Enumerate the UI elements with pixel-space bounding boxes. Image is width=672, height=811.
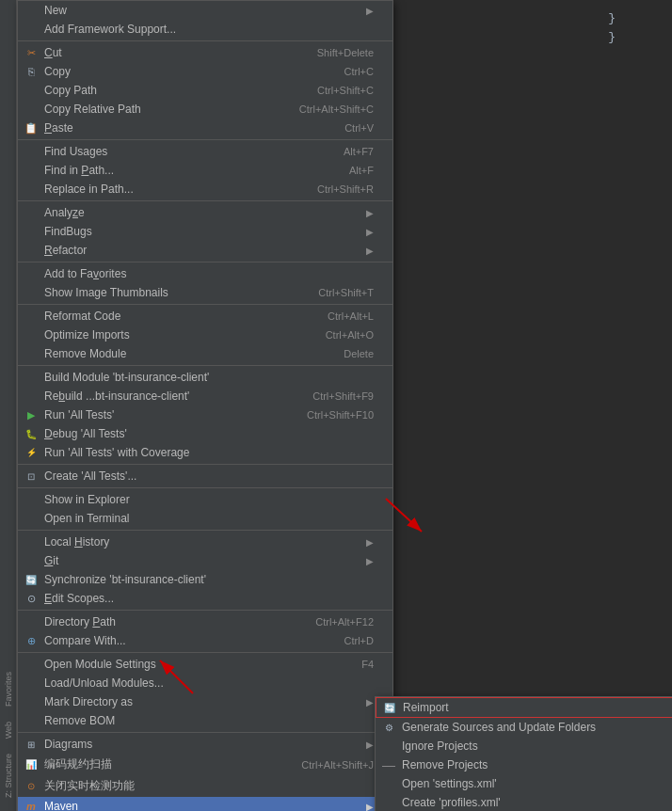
sidebar-tab-structure[interactable]: Z: Structure — [3, 750, 14, 802]
menu-item-remove-module[interactable]: Remove Module Delete — [18, 344, 392, 363]
separator — [18, 365, 392, 366]
menu-item-refactor[interactable]: Refactor ▶ — [18, 241, 392, 260]
editor-code: } } — [608, 9, 616, 46]
red-arrow-1 — [146, 651, 221, 698]
realtime-icon: ⊙ — [24, 779, 39, 794]
menu-item-paste[interactable]: 📋 Paste Ctrl+V — [18, 119, 392, 137]
menu-item-compare-with[interactable]: ⊕ Compare With... Ctrl+D — [18, 631, 392, 650]
submenu-item-remove-projects[interactable]: — Remove Projects — [376, 755, 672, 774]
menu-item-maven[interactable]: m Maven ▶ — [18, 797, 392, 811]
create-icon: ⊡ — [24, 469, 39, 484]
menu-item-copy-relative-path[interactable]: Copy Relative Path Ctrl+Alt+Shift+C — [18, 100, 392, 119]
separator — [18, 464, 392, 465]
maven-submenu: 🔄 Reimport ⚙ Generate Sources and Update… — [375, 696, 672, 811]
svg-line-3 — [160, 660, 193, 693]
menu-item-build-module[interactable]: Build Module 'bt-insurance-client' — [18, 368, 392, 387]
menu-item-edit-scopes[interactable]: ⊙ Edit Scopes... — [18, 589, 392, 608]
menu-item-create-all-tests[interactable]: ⊡ Create 'All Tests'... — [18, 467, 392, 485]
run-icon: ▶ — [24, 407, 39, 422]
submenu-item-open-settings-xml[interactable]: Open 'settings.xml' — [376, 774, 672, 793]
maven-icon: m — [24, 799, 39, 811]
debug-icon: 🐛 — [24, 426, 39, 441]
menu-item-scan-code[interactable]: 📊 编码规约扫描 Ctrl+Alt+Shift+J — [18, 754, 392, 775]
svg-line-1 — [386, 499, 422, 532]
menu-item-analyze[interactable]: Analyze ▶ — [18, 203, 392, 222]
separator — [18, 262, 392, 262]
separator — [18, 487, 392, 488]
menu-item-find-usages[interactable]: Find Usages Alt+F7 — [18, 142, 392, 161]
menu-item-new[interactable]: New ▶ — [18, 1, 392, 20]
submenu-item-create-profiles-xml[interactable]: Create 'profiles.xml' — [376, 793, 672, 811]
sidebar-tab-web[interactable]: Web — [3, 718, 14, 742]
coverage-icon: ⚡ — [24, 445, 39, 460]
menu-item-cut[interactable]: ✂ Cut Shift+Delete — [18, 43, 392, 62]
reimport-icon: 🔄 — [382, 700, 397, 715]
menu-item-diagrams[interactable]: ⊞ Diagrams ▶ — [18, 735, 392, 754]
red-arrow-2 — [358, 489, 433, 546]
menu-item-replace-in-path[interactable]: Replace in Path... Ctrl+Shift+R — [18, 180, 392, 199]
menu-item-directory-path[interactable]: Directory Path Ctrl+Alt+F12 — [18, 612, 392, 631]
menu-item-remove-bom[interactable]: Remove BOM — [18, 711, 392, 730]
menu-item-add-framework[interactable]: Add Framework Support... — [18, 20, 392, 39]
menu-item-open-terminal[interactable]: Open in Terminal — [18, 509, 392, 528]
separator — [18, 139, 392, 140]
paste-icon: 📋 — [24, 120, 39, 135]
separator — [18, 304, 392, 305]
edit-scopes-icon: ⊙ — [24, 591, 39, 606]
copy-icon: ⎘ — [24, 64, 39, 79]
menu-item-copy[interactable]: ⎘ Copy Ctrl+C — [18, 62, 392, 81]
submenu-item-reimport[interactable]: 🔄 Reimport — [376, 697, 672, 718]
separator — [18, 40, 392, 41]
remove-icon: — — [381, 757, 396, 772]
submenu-item-ignore-projects[interactable]: Ignore Projects — [376, 737, 672, 755]
submenu-item-generate-sources[interactable]: ⚙ Generate Sources and Update Folders — [376, 718, 672, 737]
scan-icon: 📊 — [24, 757, 39, 772]
menu-item-add-to-favorites[interactable]: Add to Favorites — [18, 264, 392, 283]
generate-sources-icon: ⚙ — [381, 720, 396, 735]
menu-item-realtime-detect[interactable]: ⊙ 关闭实时检测功能 — [18, 775, 392, 797]
menu-item-local-history[interactable]: Local History ▶ — [18, 533, 392, 551]
compare-icon: ⊕ — [24, 633, 39, 648]
menu-item-debug-all-tests[interactable]: 🐛 Debug 'All Tests' — [18, 424, 392, 443]
sync-icon: 🔄 — [24, 572, 39, 587]
cut-icon: ✂ — [24, 45, 39, 60]
menu-item-find-in-path[interactable]: Find in Path... Alt+F — [18, 161, 392, 180]
menu-item-git[interactable]: Git ▶ — [18, 551, 392, 570]
sidebar-left: Favorites Web Z: Structure — [0, 0, 17, 811]
menu-item-findbugs[interactable]: FindBugs ▶ — [18, 222, 392, 241]
menu-item-synchronize[interactable]: 🔄 Synchronize 'bt-insurance-client' — [18, 570, 392, 589]
menu-item-show-image-thumbnails[interactable]: Show Image Thumbnails Ctrl+Shift+T — [18, 283, 392, 302]
diagrams-icon: ⊞ — [24, 737, 39, 752]
menu-item-copy-path[interactable]: Copy Path Ctrl+Shift+C — [18, 81, 392, 100]
menu-item-run-coverage[interactable]: ⚡ Run 'All Tests' with Coverage — [18, 443, 392, 462]
separator — [18, 200, 392, 201]
separator — [18, 732, 392, 733]
menu-item-optimize-imports[interactable]: Optimize Imports Ctrl+Alt+O — [18, 326, 392, 344]
separator — [18, 610, 392, 611]
menu-item-run-all-tests[interactable]: ▶ Run 'All Tests' Ctrl+Shift+F10 — [18, 406, 392, 424]
menu-item-rebuild[interactable]: Rebuild ...bt-insurance-client' Ctrl+Shi… — [18, 387, 392, 406]
menu-item-reformat-code[interactable]: Reformat Code Ctrl+Alt+L — [18, 307, 392, 326]
sidebar-tab-favorites[interactable]: Favorites — [3, 668, 14, 710]
separator — [18, 530, 392, 531]
menu-item-show-explorer[interactable]: Show in Explorer — [18, 490, 392, 509]
